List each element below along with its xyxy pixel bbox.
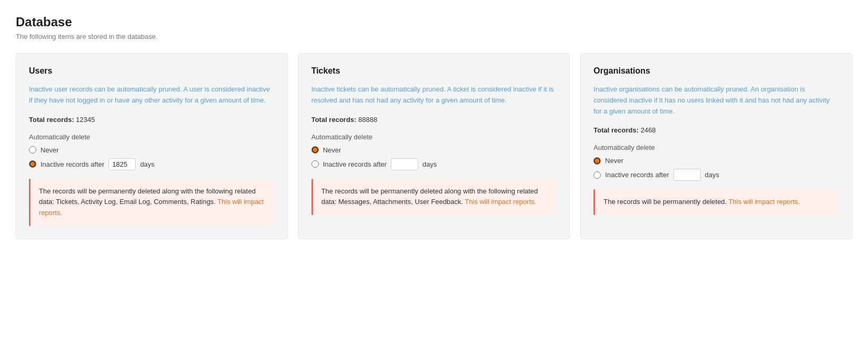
radio-never-tickets[interactable] (311, 146, 319, 154)
days-input-users[interactable] (108, 158, 136, 170)
warning-box-tickets: The records will be permanently deleted … (311, 179, 557, 216)
radio-inactive-item-organisations[interactable]: Inactive records after days (593, 169, 839, 181)
warning-box-organisations: The records will be permanently deleted.… (593, 189, 839, 215)
radio-inactive-tickets[interactable] (311, 160, 319, 168)
days-label-users: days (140, 160, 154, 168)
radio-never-organisations[interactable] (593, 157, 601, 165)
radio-never-item-organisations[interactable]: Never (593, 157, 839, 165)
radio-inactive-label-organisations: Inactive records after (605, 171, 669, 179)
card-title-tickets: Tickets (311, 66, 557, 76)
radio-inactive-label-users: Inactive records after (41, 160, 104, 168)
card-description-users: Inactive user records can be automatical… (29, 84, 275, 106)
cards-row: Users Inactive user records can be autom… (16, 53, 852, 239)
radio-never-label-users: Never (41, 146, 59, 154)
radio-group-users: Never Inactive records after days (29, 146, 275, 170)
card-title-organisations: Organisations (593, 66, 839, 76)
card-tickets: Tickets Inactive tickets can be automati… (298, 53, 570, 239)
total-records-users: Total records: 12345 (29, 116, 275, 124)
radio-never-users[interactable] (29, 146, 36, 154)
card-description-organisations: Inactive organisations can be automatica… (593, 84, 839, 117)
radio-inactive-item-tickets[interactable]: Inactive records after days (311, 158, 557, 170)
warning-highlight-organisations: This will impact reports. (729, 198, 800, 206)
card-organisations: Organisations Inactive organisations can… (580, 53, 852, 239)
radio-group-organisations: Never Inactive records after days (593, 157, 839, 181)
warning-box-users: The records will be permanently deleted … (29, 179, 275, 226)
page-container: Database The following items are stored … (0, 0, 868, 254)
page-title: Database (16, 15, 852, 29)
warning-text-organisations: The records will be permanently deleted. (603, 198, 729, 206)
radio-inactive-organisations[interactable] (593, 171, 601, 179)
radio-inactive-label-tickets: Inactive records after (323, 160, 387, 168)
radio-never-item-users[interactable]: Never (29, 146, 275, 154)
auto-delete-label-users: Automatically delete (29, 133, 275, 141)
page-subtitle: The following items are stored in the da… (16, 33, 852, 40)
total-records-tickets: Total records: 88888 (311, 116, 557, 124)
total-records-organisations: Total records: 2468 (593, 126, 839, 134)
days-label-tickets: days (422, 160, 437, 168)
radio-inactive-item-users[interactable]: Inactive records after days (29, 158, 275, 170)
warning-highlight-tickets: This will impact reports. (465, 198, 537, 206)
card-title-users: Users (29, 66, 275, 76)
radio-never-label-tickets: Never (323, 146, 341, 154)
card-users: Users Inactive user records can be autom… (16, 53, 288, 239)
radio-never-label-organisations: Never (605, 157, 623, 165)
days-label-organisations: days (705, 171, 719, 179)
card-description-tickets: Inactive tickets can be automatically pr… (311, 84, 557, 106)
radio-group-tickets: Never Inactive records after days (311, 146, 557, 170)
days-input-tickets[interactable] (391, 158, 418, 170)
auto-delete-label-organisations: Automatically delete (593, 144, 839, 151)
auto-delete-label-tickets: Automatically delete (311, 133, 557, 141)
radio-never-item-tickets[interactable]: Never (311, 146, 557, 154)
radio-inactive-users[interactable] (29, 160, 36, 168)
days-input-organisations[interactable] (673, 169, 701, 181)
